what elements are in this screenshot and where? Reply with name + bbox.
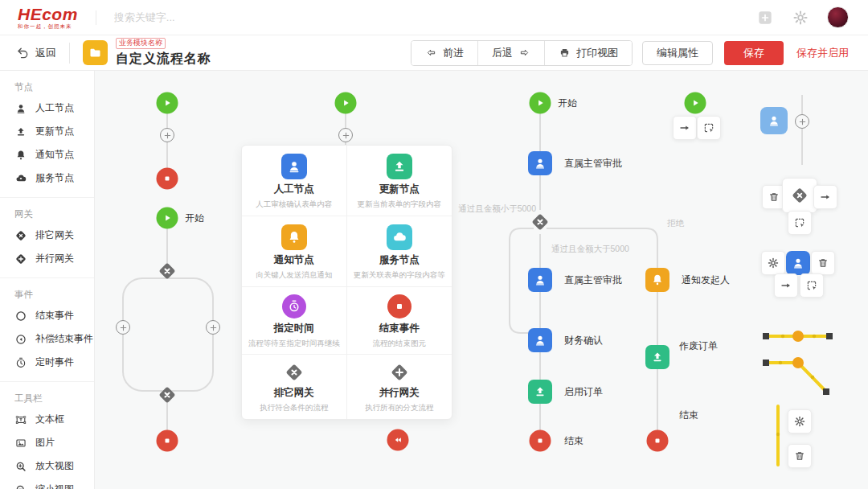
- sidebar-item-label: 更新节点: [35, 125, 74, 138]
- sidebar-item-label: 图片: [35, 436, 55, 450]
- legend-desc: 人工审核确认表单内容: [256, 199, 332, 210]
- copy-button[interactable]: [800, 273, 824, 298]
- compensate-end-node[interactable]: [387, 429, 409, 451]
- textbox-icon: [14, 413, 27, 426]
- add-node-button[interactable]: [116, 320, 130, 335]
- search-input[interactable]: [114, 11, 355, 23]
- image-icon: [14, 437, 27, 450]
- copy-button[interactable]: [697, 116, 721, 140]
- legend-cell-service-node[interactable]: 服务节点更新关联表单的字段内容等: [347, 216, 452, 287]
- end-node[interactable]: [530, 430, 551, 452]
- bell-icon: [14, 149, 27, 162]
- connect-button[interactable]: [813, 185, 837, 209]
- avatar[interactable]: [827, 6, 849, 28]
- end-node[interactable]: [157, 168, 178, 190]
- plus-square-icon[interactable]: [756, 9, 774, 27]
- back-arrow-icon: [16, 46, 30, 60]
- save-and-enable-button[interactable]: 保存并启用: [792, 41, 854, 65]
- sidebar-item-text-box[interactable]: 文本框: [0, 408, 94, 431]
- upload-icon: [14, 125, 27, 138]
- sidebar-item-image[interactable]: 图片: [0, 431, 94, 454]
- gateway-node[interactable]: [782, 178, 817, 213]
- sidebar-item-parallel-gateway[interactable]: 并行网关: [0, 247, 94, 270]
- sidebar-section-1: 网关排它网关并行网关: [0, 198, 94, 278]
- person-icon: [14, 102, 27, 115]
- legend-cell-exclusive-gateway[interactable]: 排它网关执行符合条件的流程: [242, 355, 347, 419]
- update-node[interactable]: [528, 380, 552, 404]
- module-info: 业务模块名称 自定义流程名称: [116, 38, 211, 68]
- delete-button[interactable]: [811, 251, 835, 275]
- add-node-button[interactable]: [160, 128, 174, 142]
- node-label: 通知发起人: [682, 273, 730, 287]
- legend-title: 排它网关: [274, 386, 314, 400]
- edit-properties-button[interactable]: 编辑属性: [642, 41, 713, 65]
- workflow-editor-app: HEcom 和你一起，创想未来 返回 业务模块名称 自定义流程名称: [0, 0, 868, 489]
- add-node-button[interactable]: [795, 114, 809, 129]
- gear-icon[interactable]: [792, 9, 809, 27]
- connect-button[interactable]: [673, 116, 697, 140]
- backward-button[interactable]: 后退: [477, 41, 544, 65]
- settings-button[interactable]: [788, 409, 812, 434]
- sidebar-item-zoom-out[interactable]: 缩小视图: [0, 478, 94, 489]
- flow-canvas[interactable]: 人工节点人工审核确认表单内容更新节点更新当前表单的字段内容通知节点向关键人发送消…: [95, 71, 868, 489]
- sidebar-section-3: 工具栏文本框图片放大视图缩小视图查看帮助: [0, 382, 94, 489]
- sidebar-item-update-node[interactable]: 更新节点: [0, 120, 94, 143]
- gateway-node[interactable]: [157, 384, 178, 405]
- legend-cell-scheduled-time[interactable]: 指定时间流程等待至指定时间再继续: [242, 287, 347, 355]
- back-button[interactable]: 返回: [16, 46, 56, 60]
- sidebar-item-service-node[interactable]: 服务节点: [0, 166, 94, 190]
- end-node[interactable]: [157, 430, 178, 452]
- forward-label: 前进: [443, 46, 464, 60]
- connect-button[interactable]: [774, 273, 798, 298]
- delete-button[interactable]: [788, 444, 812, 468]
- start-node[interactable]: [157, 92, 178, 114]
- copy-button[interactable]: [788, 211, 812, 235]
- start-node[interactable]: [685, 92, 706, 114]
- condition-label: 通过且金额大于5000: [551, 244, 629, 255]
- manual-node[interactable]: [528, 328, 552, 352]
- start-node[interactable]: [335, 92, 357, 114]
- manual-node[interactable]: [528, 151, 552, 175]
- add-node-button[interactable]: [338, 128, 353, 142]
- start-node[interactable]: [530, 92, 551, 114]
- sidebar-item-zoom-in[interactable]: 放大视图: [0, 454, 94, 478]
- sidebar-item-label: 缩小视图: [35, 483, 74, 489]
- add-node-button[interactable]: [206, 320, 220, 335]
- start-node[interactable]: [157, 208, 178, 229]
- gateway-node[interactable]: [157, 261, 178, 281]
- logo[interactable]: HEcom 和你一起，创想未来: [18, 6, 78, 30]
- manual-node[interactable]: [528, 268, 552, 292]
- legend-cell-update-node[interactable]: 更新节点更新当前表单的字段内容: [347, 146, 452, 216]
- legend-title: 指定时间: [274, 322, 314, 335]
- sidebar-item-compensate-end-event[interactable]: 补偿结束事件: [0, 327, 94, 351]
- legend-cell-end-event[interactable]: 结束事件流程的结束图元: [347, 287, 452, 355]
- legend-cell-parallel-gateway[interactable]: 并行网关执行所有的分支流程: [347, 355, 452, 419]
- manual-node[interactable]: [760, 107, 788, 134]
- legend-cell-manual-node[interactable]: 人工节点人工审核确认表单内容: [242, 146, 347, 216]
- sidebar-item-label: 放大视图: [35, 459, 74, 473]
- legend-desc: 执行所有的分支流程: [365, 403, 434, 413]
- forward-button[interactable]: 前进: [411, 41, 477, 65]
- print-view-button[interactable]: 打印视图: [544, 41, 632, 65]
- arrow-left-icon: [425, 47, 437, 59]
- clock-icon: [282, 294, 306, 318]
- node-label: 启用订单: [564, 385, 603, 399]
- notify-node[interactable]: [645, 268, 669, 292]
- node-label: 直属主管审批: [564, 273, 622, 287]
- sidebar-item-manual-node[interactable]: 人工节点: [0, 97, 94, 120]
- end-node[interactable]: [647, 430, 669, 452]
- settings-button[interactable]: [761, 251, 785, 275]
- sidebar-item-notify-node[interactable]: 通知节点: [0, 143, 94, 166]
- sidebar-item-label: 人工节点: [35, 101, 74, 115]
- manual-node[interactable]: [786, 251, 810, 275]
- save-button[interactable]: 保存: [724, 41, 784, 65]
- legend-cell-notify-node[interactable]: 通知节点向关键人发送消息通知: [242, 216, 347, 287]
- sidebar-item-timer-event[interactable]: 定时事件: [0, 351, 94, 374]
- sidebar-item-end-event[interactable]: 结束事件: [0, 304, 94, 327]
- logo-text: HEcom: [18, 6, 78, 23]
- update-node[interactable]: [645, 345, 669, 369]
- sidebar-item-exclusive-gateway[interactable]: 排它网关: [0, 224, 94, 247]
- module-icon: [83, 40, 108, 65]
- cloud-icon: [14, 172, 27, 185]
- legend-title: 通知节点: [274, 253, 314, 267]
